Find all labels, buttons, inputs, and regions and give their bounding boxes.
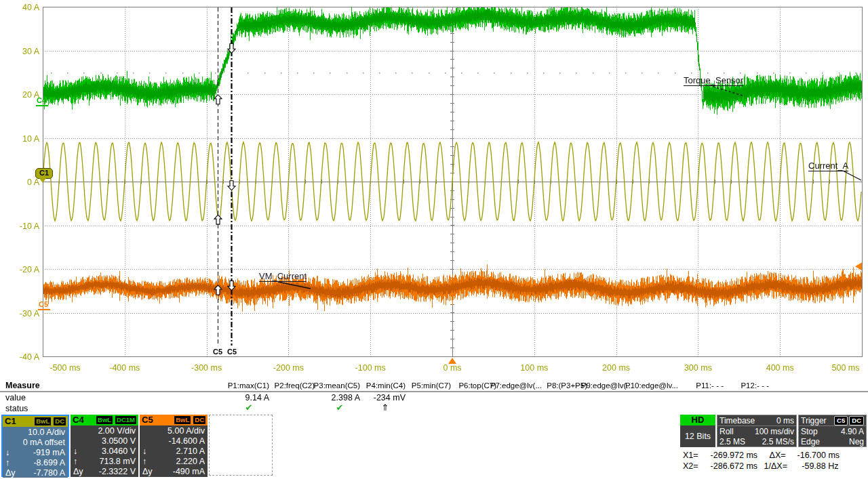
hd-mode-title: HD [680,415,715,425]
y-axis-label: -40 A [8,352,39,362]
measure-param-header[interactable]: P11:- - - [696,381,724,390]
y-axis-label: 20 A [8,90,39,100]
x-axis-label: -500 ms [50,363,80,373]
x-axis-label: 400 ms [766,363,794,373]
cursor-symbol: ↓ [73,446,77,456]
hd-bits-value: 12 Bits [680,425,715,447]
channel-id-label: C5 [142,415,153,425]
measure-param-header[interactable]: P3:mean(C5) [314,381,360,390]
timebase-rate: 2.5 MS/s [762,437,794,446]
channel-cursor-row: ↑-8.699 A [3,457,68,467]
dx-label: ΔX= [770,451,786,460]
channel-box-c5[interactable]: C5BwLDC5.00 A/div-14.600 A↓2.710 A↑2.220… [140,415,208,477]
measure-separator [0,391,868,392]
cursor-value: -490 mA [173,467,205,476]
timebase-box[interactable]: Timebase 0 ms Roll 100 ms/div 2.5 MS 2.5… [717,415,797,447]
timebase-offset: 0 ms [776,416,794,425]
y-axis-label: 30 A [8,47,39,56]
measure-param-header[interactable]: P10:edge@lv... [625,381,678,390]
channel-badge: BwL [34,417,52,426]
dx-value: -16.700 ms [788,451,840,460]
y-axis-label: -30 A [8,309,39,318]
measure-param-header[interactable]: P5:min(C7) [412,381,451,390]
inv-dx-label: 1/ΔX= [764,461,787,471]
cursor-value: 3.0460 V [102,446,136,456]
x1-label: X1= [683,451,698,460]
channel-badge: BwL [174,415,191,425]
measure-status-row-label: status [5,404,28,413]
vm-current-trace-label[interactable]: VM_Current [259,271,307,282]
trigger-box[interactable]: Trigger C5 DC Stop 4.90 A Edge Neg [798,415,867,447]
waveform-grid-canvas[interactable] [0,0,868,379]
channel-badge: BwL [96,415,113,425]
y-axis-label: 40 A [8,3,39,12]
y-axis-label: -20 A [8,265,39,274]
channel-badge: DC1M [115,415,137,425]
hd-mode-box[interactable]: HD 12 Bits [680,415,715,447]
measure-param-header[interactable]: P7:edge@lv(... [490,381,542,390]
measure-param-header[interactable]: P1:max(C1) [228,381,269,390]
measure-status-check-icon: ✔ [336,403,344,412]
cursor-value: -919 mA [33,448,65,457]
cursor-symbol: ↑ [5,458,9,467]
timebase-scale: 100 ms/div [755,427,794,436]
c5-channel-marker[interactable]: C5 [38,301,50,310]
trigger-title: Trigger [801,416,827,425]
trigger-coupling-badge: DC [849,416,864,425]
measure-param-header[interactable]: P2:freq(C2) [275,381,315,390]
channel-id-label: C4 [73,415,84,425]
x2-label: X2= [683,461,698,471]
cursor-x2-source-label[interactable]: C5 [213,348,222,356]
cursor-symbol: Δy [73,467,83,476]
cursor-symbol: Δy [142,467,153,476]
cursor-symbol: ↑ [142,457,146,466]
cursor-x1-source-label[interactable]: C5 [227,348,237,356]
channel-badge: DC [193,415,206,425]
y-axis-label: 0 A [8,178,39,187]
x1-value: -269.972 ms [701,451,757,460]
channel-box-c1[interactable]: C1BwLDC10.0 A/div0 mA offset↓-919 mA↑-8.… [1,415,69,477]
channel-cursor-row: ↓2.710 A [140,446,208,456]
measure-value-row-label: value [5,393,26,402]
x-axis-label: -100 ms [355,363,386,373]
empty-channel-slot[interactable] [209,415,273,476]
cursor-value: -7.780 A [33,468,65,478]
oscilloscope-screen: 40 A30 A20 A10 A0 A-10 A-20 A-30 A-40 A … [0,0,868,479]
timebase-samples: 2.5 MS [719,437,745,446]
x-axis-label: -200 ms [273,363,304,373]
trigger-level: 4.90 A [841,427,864,436]
c1-channel-marker[interactable]: C1 [35,168,53,179]
cursor-value: 2.220 A [176,457,205,466]
x-axis-label: 200 ms [602,363,630,373]
trigger-source-badge: C5 [834,416,848,425]
channel-cursor-row: ↓-919 mA [3,447,68,457]
measure-param-value: 2.398 A [332,393,360,402]
timebase-mode: Roll [719,427,734,436]
c4-channel-marker[interactable]: C4 [36,97,48,106]
x-axis-label: 500 ms [832,363,860,373]
x-axis-label: 300 ms [684,363,712,373]
cursor-value: 2.710 A [176,446,205,456]
measure-status-check-icon: ✔ [245,403,253,412]
x-axis-label: -300 ms [191,363,222,373]
measure-section-label: Measure [5,381,40,390]
channel-cursor-row: ↑713.8 mV [71,456,138,466]
channel-cursor-row: ↑2.220 A [140,456,208,466]
channel-cursor-row: Δy-2.3322 V [71,466,138,476]
cursor-value: -2.3322 V [99,467,136,476]
x2-value: -286.672 ms [701,461,757,471]
cursor-x1-readout: X1= -269.972 ms ΔX= -16.700 ms [683,451,840,460]
measure-param-header[interactable]: P12:- - - [741,381,769,390]
trigger-type: Edge [801,437,820,446]
channel-setting-row: 0 mA offset [3,437,68,447]
channel-id-label: C1 [5,417,16,426]
trigger-slope: Neg [849,437,864,446]
channel-cursor-row: Δy-490 mA [140,466,208,476]
trigger-mode: Stop [801,427,818,436]
current-a-trace-label[interactable]: Current_A [808,161,848,171]
measure-param-header[interactable]: P4:min(C4) [366,381,406,390]
channel-setting-row: 5.00 A/div [140,425,208,436]
channel-box-c4[interactable]: C4BwLDC1M2.00 V/div3.0500 V↓3.0460 V↑713… [71,415,138,477]
x-axis-label: 0 ms [443,363,461,373]
torque-sensor-trace-label[interactable]: Torque_Sensor [684,75,743,86]
